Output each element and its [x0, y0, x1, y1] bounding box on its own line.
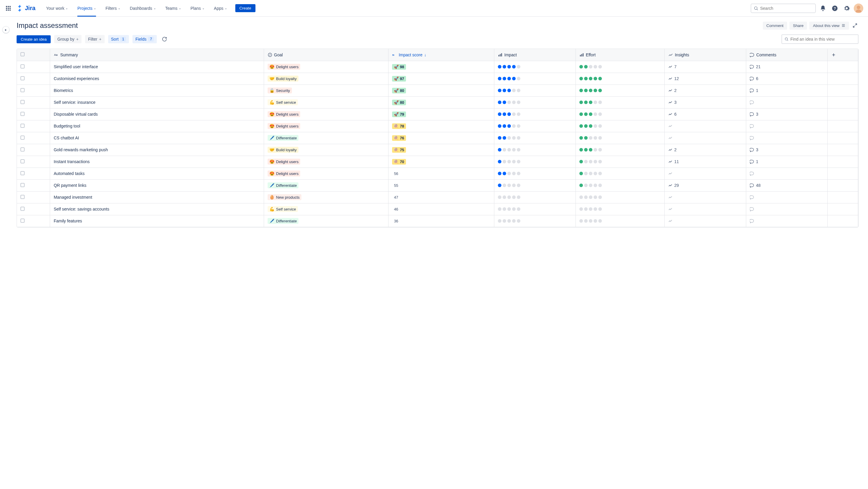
- table-row[interactable]: Self service: savings accounts 💪Self ser…: [17, 203, 858, 215]
- insights-cell[interactable]: [665, 120, 746, 132]
- impact-score-cell[interactable]: 🍭78: [389, 120, 494, 132]
- summary-cell[interactable]: Self service: savings accounts: [50, 203, 264, 215]
- impact-cell[interactable]: [494, 61, 576, 73]
- row-checkbox[interactable]: [17, 215, 50, 227]
- rating-dots[interactable]: [579, 207, 661, 211]
- effort-cell[interactable]: [576, 73, 665, 85]
- table-row[interactable]: CS chatbot AI 🖊️Differentiate 🍭76: [17, 132, 858, 144]
- effort-cell[interactable]: [576, 96, 665, 108]
- jira-logo[interactable]: Jira: [17, 5, 36, 12]
- nav-item-dashboards[interactable]: Dashboards⌄: [127, 0, 158, 17]
- impact-cell[interactable]: [494, 108, 576, 120]
- impact-score-cell[interactable]: 🚀80: [389, 96, 494, 108]
- impact-score-cell[interactable]: 🍭76: [389, 132, 494, 144]
- insights-cell[interactable]: 2: [665, 144, 746, 156]
- global-search-input[interactable]: [760, 6, 813, 11]
- effort-cell[interactable]: [576, 156, 665, 168]
- summary-cell[interactable]: Instant transactions: [50, 156, 264, 168]
- impact-score-cell[interactable]: 🍭70: [389, 156, 494, 168]
- comments-cell[interactable]: 1: [746, 156, 828, 168]
- table-row[interactable]: Instant transactions 😍Delight users 🍭70 …: [17, 156, 858, 168]
- rating-dots[interactable]: [579, 112, 661, 116]
- row-checkbox[interactable]: [17, 61, 50, 73]
- create-button[interactable]: Create: [235, 4, 255, 12]
- insights-cell[interactable]: 2: [665, 85, 746, 96]
- user-avatar[interactable]: [854, 4, 863, 13]
- effort-cell[interactable]: [576, 144, 665, 156]
- impact-score-cell[interactable]: 🍭75: [389, 144, 494, 156]
- table-row[interactable]: Customised experiences 🤝Build loyalty 🚀9…: [17, 73, 858, 85]
- insights-header[interactable]: Insights: [665, 49, 746, 61]
- nav-item-plans[interactable]: Plans⌄: [188, 0, 207, 17]
- rating-dots[interactable]: [498, 124, 572, 128]
- row-checkbox[interactable]: [17, 203, 50, 215]
- rating-dots[interactable]: [579, 183, 661, 187]
- expand-sidebar-button[interactable]: ▸: [2, 26, 9, 33]
- fields-chip[interactable]: Fields7: [132, 35, 157, 43]
- impact-score-cell[interactable]: 🚀80: [389, 85, 494, 96]
- rating-dots[interactable]: [498, 148, 572, 151]
- goal-cell[interactable]: 😍Delight users: [264, 61, 389, 73]
- rating-dots[interactable]: [498, 100, 572, 104]
- goal-cell[interactable]: 🖊️Differentiate: [264, 179, 389, 191]
- find-idea-box[interactable]: [781, 34, 859, 44]
- goal-cell[interactable]: 🤝Build loyalty: [264, 144, 389, 156]
- comments-cell[interactable]: 3: [746, 108, 828, 120]
- effort-cell[interactable]: [576, 203, 665, 215]
- effort-cell[interactable]: [576, 120, 665, 132]
- table-row[interactable]: Gold rewards marketing push 🤝Build loyal…: [17, 144, 858, 156]
- summary-cell[interactable]: QR payment links: [50, 179, 264, 191]
- summary-cell[interactable]: Budgeting tool: [50, 120, 264, 132]
- goal-cell[interactable]: 🤝Build loyalty: [264, 73, 389, 85]
- row-checkbox[interactable]: [17, 96, 50, 108]
- impact-cell[interactable]: [494, 215, 576, 227]
- summary-cell[interactable]: Self service: insurance: [50, 96, 264, 108]
- effort-cell[interactable]: [576, 191, 665, 203]
- impact-header[interactable]: Impact: [494, 49, 576, 61]
- goal-cell[interactable]: 🔒Security: [264, 85, 389, 96]
- comments-cell[interactable]: [746, 203, 828, 215]
- rating-dots[interactable]: [579, 89, 661, 92]
- goal-cell[interactable]: 😍Delight users: [264, 156, 389, 168]
- rating-dots[interactable]: [498, 195, 572, 199]
- comments-cell[interactable]: [746, 168, 828, 179]
- summary-cell[interactable]: Disposable virtual cards: [50, 108, 264, 120]
- comment-button[interactable]: Comment: [763, 22, 787, 30]
- table-row[interactable]: Automated tasks 😍Delight users 56: [17, 168, 858, 179]
- effort-cell[interactable]: [576, 179, 665, 191]
- about-view-button[interactable]: About this view: [809, 22, 849, 30]
- impact-cell[interactable]: [494, 203, 576, 215]
- impact-cell[interactable]: [494, 191, 576, 203]
- effort-cell[interactable]: [576, 132, 665, 144]
- settings-icon[interactable]: [842, 4, 851, 13]
- comments-cell[interactable]: 21: [746, 61, 828, 73]
- impact-score-cell[interactable]: 🚀79: [389, 108, 494, 120]
- row-checkbox[interactable]: [17, 191, 50, 203]
- goal-cell[interactable]: 😍Delight users: [264, 168, 389, 179]
- comments-cell[interactable]: [746, 96, 828, 108]
- comments-cell[interactable]: [746, 132, 828, 144]
- summary-cell[interactable]: Biometrics: [50, 85, 264, 96]
- nav-item-apps[interactable]: Apps⌄: [212, 0, 229, 17]
- summary-cell[interactable]: Customised experiences: [50, 73, 264, 85]
- impact-score-header[interactable]: fxImpact score↓: [389, 49, 494, 61]
- goal-cell[interactable]: 💪Self service: [264, 203, 389, 215]
- summary-cell[interactable]: Gold rewards marketing push: [50, 144, 264, 156]
- insights-cell[interactable]: 29: [665, 179, 746, 191]
- insights-cell[interactable]: 11: [665, 156, 746, 168]
- row-checkbox[interactable]: [17, 73, 50, 85]
- rating-dots[interactable]: [498, 65, 572, 68]
- insights-cell[interactable]: 3: [665, 96, 746, 108]
- row-checkbox[interactable]: [17, 179, 50, 191]
- sort-chip[interactable]: Sort1: [108, 35, 129, 43]
- impact-score-cell[interactable]: 47: [389, 191, 494, 203]
- rating-dots[interactable]: [498, 112, 572, 116]
- rating-dots[interactable]: [498, 160, 572, 164]
- rating-dots[interactable]: [498, 219, 572, 223]
- row-checkbox[interactable]: [17, 120, 50, 132]
- effort-header[interactable]: Effort: [576, 49, 665, 61]
- insights-cell[interactable]: [665, 132, 746, 144]
- impact-score-cell[interactable]: 56: [389, 168, 494, 179]
- add-column-button[interactable]: [828, 49, 858, 61]
- summary-cell[interactable]: Family features: [50, 215, 264, 227]
